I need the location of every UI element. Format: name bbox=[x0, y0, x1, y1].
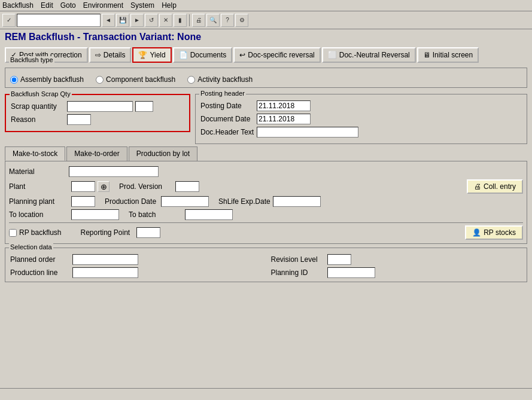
plant-label: Plant bbox=[9, 182, 69, 191]
scrap-quantity-label: Scrap quantity bbox=[11, 102, 65, 111]
planning-id-group: Planning ID bbox=[271, 267, 522, 278]
prod-version-input[interactable] bbox=[175, 181, 199, 192]
document-date-label: Document Date bbox=[200, 115, 254, 123]
revision-level-label: Revision Level bbox=[271, 255, 325, 264]
backflush-type-radio-group: Assembly backflush Component backflush A… bbox=[10, 74, 522, 84]
doc-neutral-icon: ⬜ bbox=[328, 51, 337, 59]
reporting-point-group: Reporting Point bbox=[80, 227, 160, 238]
to-location-group: To location bbox=[9, 209, 119, 220]
tab-make-to-stock[interactable]: Make-to-stock bbox=[5, 146, 65, 161]
toolbar-back-btn[interactable]: ✓ bbox=[2, 14, 16, 27]
menu-system[interactable]: System bbox=[130, 1, 154, 10]
to-batch-label: To batch bbox=[129, 210, 183, 219]
prod-version-label: Prod. Version bbox=[119, 182, 173, 191]
plant-input[interactable] bbox=[71, 181, 95, 192]
menu-environment[interactable]: Environment bbox=[83, 1, 123, 10]
scrap-quantity-input[interactable] bbox=[67, 101, 133, 112]
rp-stocks-group: 👤 RP stocks bbox=[465, 225, 523, 240]
plant-group: Plant ⊕ bbox=[9, 181, 110, 192]
material-row: Material bbox=[9, 166, 523, 177]
doc-specific-reversal-button[interactable]: ↩ Doc-specific reversal bbox=[233, 47, 320, 63]
radio-assembly-input[interactable] bbox=[10, 76, 18, 84]
reason-input[interactable] bbox=[67, 114, 91, 125]
coll-entry-button[interactable]: 🖨 Coll. entry bbox=[467, 179, 523, 194]
toolbar-help-btn[interactable]: ? bbox=[221, 14, 234, 27]
reason-label: Reason bbox=[11, 115, 65, 124]
production-date-group: Production Date bbox=[105, 196, 209, 207]
tab-divider bbox=[9, 222, 523, 223]
toolbar-stop-btn[interactable]: ✕ bbox=[159, 14, 172, 27]
initial-screen-button[interactable]: 🖥 Initial screen bbox=[417, 47, 479, 63]
toolbar-print-btn[interactable]: 🖨 bbox=[192, 14, 205, 27]
rp-backflush-checkbox[interactable] bbox=[9, 229, 17, 237]
toolbar-settings-btn[interactable]: ⚙ bbox=[235, 14, 248, 27]
posting-date-label: Posting Date bbox=[200, 102, 254, 110]
posting-section-title: Posting header bbox=[199, 90, 246, 97]
scrap-section: Backflush Scrap Qty Scrap quantity Reaso… bbox=[5, 94, 190, 132]
posting-date-input[interactable] bbox=[257, 100, 311, 111]
posting-panel: Posting header Posting Date Document Dat… bbox=[195, 90, 527, 144]
menu-edit[interactable]: Edit bbox=[41, 1, 53, 10]
scrap-panel: Backflush Scrap Qty Scrap quantity Reaso… bbox=[5, 90, 190, 144]
production-line-input[interactable] bbox=[72, 267, 138, 278]
toolbar-refresh-btn[interactable]: ↺ bbox=[145, 14, 158, 27]
title-bar: REM Backflush - Transaction Variant: Non… bbox=[0, 29, 532, 45]
to-location-input[interactable] bbox=[71, 209, 119, 220]
radio-activity[interactable]: Activity backflush bbox=[187, 75, 253, 84]
yield-button[interactable]: 🏆 Yield bbox=[132, 47, 171, 63]
tab-production-by-lot[interactable]: Production by lot bbox=[129, 146, 197, 161]
plant-prodversion-row: Plant ⊕ Prod. Version 🖨 Coll. entry bbox=[9, 179, 523, 194]
radio-activity-input[interactable] bbox=[187, 76, 195, 84]
reporting-point-input[interactable] bbox=[136, 227, 160, 238]
production-line-group: Production line bbox=[10, 267, 262, 278]
production-date-input[interactable] bbox=[161, 196, 209, 207]
radio-component-input[interactable] bbox=[96, 76, 104, 84]
menu-backflush[interactable]: Backflush bbox=[2, 1, 34, 10]
planning-proddate-row: Planning plant Production Date ShLife Ex… bbox=[9, 196, 523, 207]
planning-plant-input[interactable] bbox=[71, 196, 95, 207]
menu-help[interactable]: Help bbox=[162, 1, 177, 10]
planning-plant-label: Planning plant bbox=[9, 197, 69, 206]
production-line-label: Production line bbox=[10, 268, 70, 277]
toolbar-btn1[interactable]: ▮ bbox=[174, 14, 187, 27]
revision-level-group: Revision Level bbox=[271, 254, 522, 265]
planning-id-input[interactable] bbox=[327, 267, 375, 278]
toolbar-save-btn[interactable]: 💾 bbox=[116, 14, 129, 27]
doc-header-text-input[interactable] bbox=[257, 127, 358, 138]
rp-stocks-icon: 👤 bbox=[472, 228, 481, 237]
radio-component-label: Component backflush bbox=[106, 75, 175, 84]
tabs-bar: Make-to-stock Make-to-order Production b… bbox=[5, 146, 527, 161]
rp-stocks-button[interactable]: 👤 RP stocks bbox=[465, 225, 523, 240]
documents-label: Documents bbox=[190, 51, 227, 59]
to-batch-input[interactable] bbox=[185, 209, 233, 220]
toolbar-find-btn[interactable]: 🔍 bbox=[206, 14, 220, 27]
backflush-type-title: Backflush type bbox=[9, 56, 54, 63]
toolbar-nav-next[interactable]: ► bbox=[130, 14, 144, 27]
coll-entry-icon: 🖨 bbox=[474, 182, 481, 191]
prod-version-group: Prod. Version bbox=[119, 181, 199, 192]
radio-component[interactable]: Component backflush bbox=[96, 75, 175, 84]
shlife-input[interactable] bbox=[273, 196, 321, 207]
menu-goto[interactable]: Goto bbox=[60, 1, 76, 10]
initial-screen-icon: 🖥 bbox=[423, 51, 430, 59]
planned-order-input[interactable] bbox=[72, 254, 138, 265]
toolbar-search-input[interactable] bbox=[17, 14, 101, 27]
to-location-label: To location bbox=[9, 210, 69, 219]
backflush-type-panel: Backflush type Assembly backflush Compon… bbox=[5, 68, 527, 88]
planned-order-group: Planned order bbox=[10, 254, 262, 265]
document-date-input[interactable] bbox=[257, 114, 311, 124]
material-input[interactable] bbox=[69, 166, 159, 177]
tab-make-to-order[interactable]: Make-to-order bbox=[66, 146, 127, 161]
revision-level-input[interactable] bbox=[327, 254, 351, 265]
rp-backflush-label: RP backflush bbox=[19, 228, 61, 237]
posting-date-row: Posting Date bbox=[200, 100, 522, 111]
documents-button[interactable]: 📄 Documents bbox=[173, 47, 233, 63]
details-button[interactable]: ⇨ Details bbox=[89, 47, 132, 63]
plant-picker-button[interactable]: ⊕ bbox=[98, 181, 110, 192]
toolbar-nav-prev[interactable]: ◄ bbox=[102, 14, 115, 27]
scrap-quantity-unit-input[interactable] bbox=[135, 101, 153, 112]
doc-neutral-reversal-button[interactable]: ⬜ Doc.-Neutral Reversal bbox=[322, 47, 416, 63]
scrap-section-title: Backflush Scrap Qty bbox=[10, 90, 72, 97]
radio-assembly[interactable]: Assembly backflush bbox=[10, 75, 84, 84]
yield-icon: 🏆 bbox=[138, 51, 147, 59]
